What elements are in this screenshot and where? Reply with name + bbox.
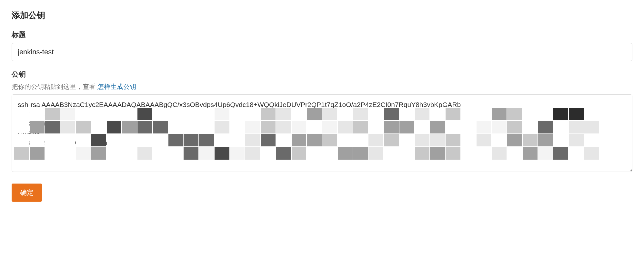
submit-button[interactable]: 确定 — [12, 184, 42, 202]
key-hint: 把你的公钥粘贴到这里，查看 怎样生成公钥 — [12, 82, 632, 91]
title-label: 标题 — [12, 30, 632, 40]
title-field-group: 标题 — [12, 30, 632, 61]
page-title: 添加公钥 — [12, 10, 632, 21]
key-label: 公钥 — [12, 69, 632, 79]
key-hint-text: 把你的公钥粘贴到这里，查看 — [12, 83, 97, 90]
key-hint-link[interactable]: 怎样生成公钥 — [97, 83, 136, 90]
title-input[interactable] — [12, 43, 632, 61]
public-key-textarea[interactable] — [12, 94, 632, 172]
key-field-group: 公钥 把你的公钥粘贴到这里，查看 怎样生成公钥 — [12, 69, 632, 173]
